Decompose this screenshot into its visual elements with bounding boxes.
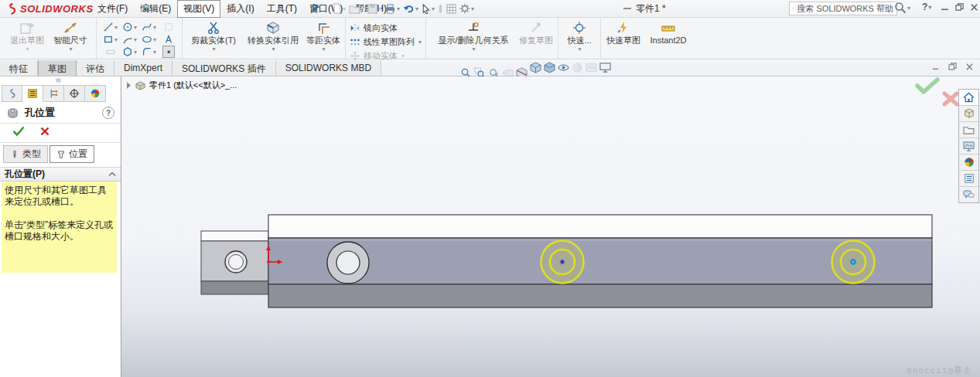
exit-sketch-label: 退出草图: [10, 36, 44, 45]
position-tab[interactable]: 位置: [50, 145, 94, 163]
open-document-icon[interactable]: [348, 3, 365, 15]
smart-dimension-button[interactable]: 智能尺寸: [49, 19, 92, 58]
file-explorer-tab[interactable]: [959, 122, 978, 138]
confirm-ok-corner[interactable]: [914, 77, 941, 94]
cancel-button[interactable]: [40, 127, 50, 136]
trim-entities-button[interactable]: 剪裁实体(T): [186, 19, 241, 58]
menu-file[interactable]: 文件(F): [91, 0, 134, 18]
tab-dimxpert[interactable]: DimXpert: [114, 60, 172, 76]
arc-icon: [122, 34, 133, 45]
pm-group-header[interactable]: 孔位置(P): [0, 167, 121, 182]
graphics-viewport[interactable]: 零件1 (默认<<默认>_...: [121, 76, 980, 377]
search-box[interactable]: 搜索 SOLIDWORKS 帮助: [789, 2, 897, 15]
select-icon[interactable]: [421, 3, 435, 15]
spline-tool[interactable]: [142, 22, 156, 32]
display-manager-tab[interactable]: [85, 85, 106, 102]
tab-sketch[interactable]: 草图: [38, 60, 77, 76]
print-icon[interactable]: [384, 3, 401, 15]
configuration-manager-tab[interactable]: [43, 85, 64, 102]
confirm-cancel-corner[interactable]: [942, 91, 959, 107]
design-library-tab[interactable]: [959, 106, 978, 122]
line-tool[interactable]: [103, 22, 118, 32]
instant-sketch-tool[interactable]: [163, 22, 174, 32]
counterbore-hole[interactable]: [327, 242, 369, 284]
dimxpert-manager-tab[interactable]: [64, 85, 85, 102]
sketch-point-1[interactable]: [560, 260, 565, 265]
tab-addins[interactable]: SOLIDWORKS 插件: [172, 60, 276, 76]
view-palette-icon: [963, 141, 975, 151]
view-palette-tab[interactable]: [959, 138, 978, 155]
point-icon: [163, 46, 174, 57]
appearances-tab[interactable]: [959, 155, 978, 171]
search-icon: [894, 2, 907, 14]
minimize-button[interactable]: [941, 3, 949, 12]
quick-snaps-button[interactable]: 快速...: [562, 19, 596, 58]
trim-entities-icon: [207, 21, 220, 35]
point-tool[interactable]: [162, 46, 175, 58]
type-tab[interactable]: 类型: [3, 145, 48, 163]
doc-minimize-button[interactable]: [931, 63, 940, 71]
line-icon: [103, 22, 114, 32]
rapid-sketch-button[interactable]: 快速草图: [605, 19, 642, 58]
convert-entities-button[interactable]: 转换实体引用: [242, 19, 304, 58]
menu-view[interactable]: 视图(V): [177, 0, 220, 18]
ellipse-tool[interactable]: [142, 34, 156, 45]
doc-restore-button[interactable]: [948, 63, 957, 71]
sketch-hole-2[interactable]: [832, 241, 875, 284]
sketch-point-2[interactable]: [851, 260, 855, 264]
search-button[interactable]: [894, 2, 910, 14]
options-table-icon[interactable]: [446, 3, 457, 15]
circle-tool[interactable]: [122, 22, 137, 32]
position-tab-label: 位置: [69, 148, 87, 161]
text-tool[interactable]: [163, 34, 174, 45]
menu-edit[interactable]: 编辑(E): [134, 0, 177, 18]
close-button[interactable]: [970, 3, 978, 12]
new-document-icon[interactable]: [331, 2, 347, 15]
display-relations-icon: [466, 21, 480, 35]
part-geometry[interactable]: [121, 76, 980, 377]
property-manager-tab[interactable]: [22, 85, 43, 102]
repair-sketch-button[interactable]: 修复草图: [518, 19, 554, 58]
home-tab[interactable]: [959, 90, 978, 106]
task-pane-toolbar: [958, 89, 979, 203]
tab-mbd[interactable]: SOLIDWORKS MBD: [276, 60, 381, 76]
pin-menubar-icon[interactable]: [311, 3, 321, 13]
restore-button[interactable]: [955, 3, 964, 12]
linear-pattern-button[interactable]: 线性草图阵列: [350, 36, 422, 48]
custom-properties-tab[interactable]: [959, 171, 978, 187]
feature-manager-tab[interactable]: [2, 85, 22, 102]
appearances-icon: [964, 157, 975, 168]
exit-sketch-button[interactable]: 退出草图: [7, 19, 47, 58]
slot-tool[interactable]: [105, 46, 116, 57]
panel-resize-knob[interactable]: [56, 78, 61, 83]
undo-icon[interactable]: [402, 3, 419, 15]
tab-evaluate[interactable]: 评估: [77, 60, 114, 76]
rectangle-tool[interactable]: [103, 34, 118, 45]
menu-tools[interactable]: 工具(T): [261, 0, 303, 18]
command-ribbon: 退出草图 智能尺寸: [0, 18, 980, 59]
mirror-entities-button[interactable]: 镜向实体: [350, 22, 422, 34]
tab-features[interactable]: 特征: [0, 60, 38, 76]
arc-tool[interactable]: [122, 34, 137, 45]
display-relations-button[interactable]: 显示/删除几何关系: [430, 19, 517, 58]
options-gear-icon[interactable]: [459, 2, 475, 15]
document-title: 零件1 *: [623, 0, 666, 17]
ribbon-group-sketch: 退出草图 智能尺寸: [3, 18, 96, 59]
sketch-hole-1[interactable]: [541, 241, 584, 284]
view-properties-icon[interactable]: [437, 3, 444, 15]
save-icon[interactable]: [367, 3, 382, 15]
menu-insert[interactable]: 插入(I): [220, 0, 260, 18]
search-placeholder: 搜索 SOLIDWORKS 帮助: [797, 3, 893, 15]
forum-tab[interactable]: [959, 187, 978, 202]
help-button[interactable]: ?: [922, 2, 931, 12]
pm-message-1: 使用尺寸和其它草图工具来定位孔或槽口。: [5, 185, 114, 208]
logo-text: SOLIDWORKS: [20, 3, 94, 15]
offset-entities-button[interactable]: 等距实体: [306, 19, 341, 58]
fillet-tool[interactable]: [142, 46, 156, 57]
mirror-entities-icon: [350, 23, 360, 33]
doc-close-button[interactable]: [965, 63, 974, 71]
ok-button[interactable]: [12, 126, 25, 136]
polygon-tool[interactable]: [122, 46, 137, 57]
instant2d-button[interactable]: Instant2D: [644, 19, 693, 58]
pm-help-icon[interactable]: ?: [102, 107, 114, 119]
